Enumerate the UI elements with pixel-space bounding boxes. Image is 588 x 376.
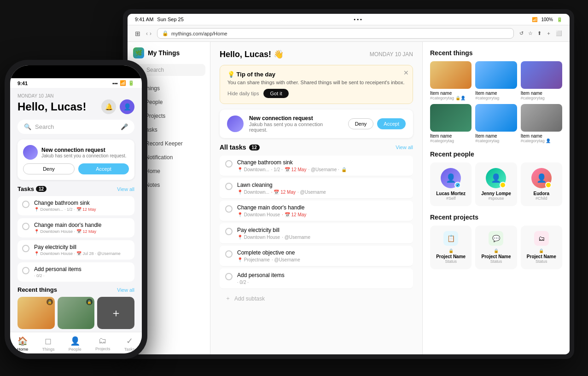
tasks-view-all[interactable]: View all bbox=[396, 145, 413, 150]
avatar-icon[interactable]: 👤 bbox=[120, 99, 134, 114]
task-info-4: Complete objective one 📍 Projectname · @… bbox=[237, 249, 408, 262]
task-item-1[interactable]: Lawn cleaning 📍 Downtown... · 📅 12 May ·… bbox=[220, 178, 413, 199]
project-card-0[interactable]: 📋 🔒 Project Name Status bbox=[430, 226, 472, 269]
iphone-status-right: ▪▪▪ 📶 🔋 bbox=[112, 80, 134, 86]
iphone-task-2[interactable]: Pay electricity bill 📍 Downtown House · … bbox=[17, 240, 134, 260]
task-checkbox-1[interactable] bbox=[225, 183, 233, 190]
iphone-recent-view-all[interactable]: View all bbox=[117, 287, 134, 293]
iphone-task-1[interactable]: Change main door's handle 📍 Downtown Hou… bbox=[17, 218, 134, 237]
person-badge-eudora bbox=[545, 182, 552, 188]
task-item-3[interactable]: Pay electricity bill 📍 Downtown House · … bbox=[220, 223, 413, 244]
project-card-1[interactable]: 💬 🔒 Project Name Status bbox=[475, 226, 517, 269]
iphone-thing-1[interactable]: 🔒 bbox=[58, 297, 95, 329]
nav-projects[interactable]: 🗂 Projects bbox=[95, 336, 111, 352]
person-tag-eudora: #Child bbox=[524, 196, 559, 201]
task-date-2: · 📅 12 May bbox=[282, 212, 306, 217]
task-name-4: Complete objective one bbox=[237, 249, 408, 256]
iphone-task-checkbox-2[interactable] bbox=[22, 245, 29, 252]
person-card-eudora[interactable]: 👤 Eudora #Child bbox=[521, 162, 562, 206]
recent-things-grid: Item name #categorytag 🔒👤 Item name #cat… bbox=[430, 61, 562, 143]
got-it-button[interactable]: Got it bbox=[263, 89, 288, 98]
tabs-icon[interactable]: ⬜ bbox=[556, 30, 562, 36]
iphone-date: MONDAY 10 JAN bbox=[17, 93, 134, 98]
sidebar-label-home: Home bbox=[146, 168, 160, 174]
connection-name: New connection request bbox=[249, 115, 343, 121]
ipad-url-bar-top[interactable]: 🔒 mythings.com/app/Home bbox=[157, 28, 514, 39]
iphone-task-0[interactable]: Change bathroom sink 📍 Downtown... · 1/2… bbox=[17, 196, 134, 215]
add-subtask-button[interactable]: ＋ Add subtask bbox=[220, 291, 413, 306]
thing-card-1[interactable]: Item name #categorytag bbox=[475, 61, 517, 100]
iphone-task-3[interactable]: Add personal items · 0/2 · bbox=[17, 262, 134, 282]
task-meta-1: 📍 Downtown... · 📅 12 May · @Username bbox=[237, 190, 408, 195]
iphone-task-checkbox-1[interactable] bbox=[22, 223, 29, 230]
nav-people[interactable]: 👤 People bbox=[69, 336, 82, 352]
forward-icon[interactable]: › bbox=[150, 30, 151, 37]
task-location-1: 📍 Downtown... bbox=[237, 190, 269, 195]
tip-close-button[interactable]: ✕ bbox=[403, 69, 409, 76]
iphone-search-placeholder: Search bbox=[35, 123, 54, 130]
iphone-deny-button[interactable]: Deny bbox=[23, 163, 75, 174]
iphone-task-checkbox-3[interactable] bbox=[22, 267, 29, 274]
task-fraction-0: · 1/2 · bbox=[271, 167, 283, 172]
accept-button[interactable]: Accept bbox=[377, 118, 406, 129]
notification-bell-icon[interactable]: 🔔 bbox=[101, 99, 116, 114]
project-name-1: Project Name bbox=[479, 254, 513, 259]
reload-icon[interactable]: ↺ bbox=[519, 30, 524, 36]
thing-image-3 bbox=[430, 104, 472, 132]
thing-card-0[interactable]: Item name #categorytag 🔒👤 bbox=[430, 61, 472, 100]
ipad-app-content: 🌿 My Things 🔍 Search ◻ Things 👤 People bbox=[128, 42, 570, 354]
share-icon[interactable]: ⬆ bbox=[537, 30, 541, 36]
star-icon[interactable]: ☆ bbox=[528, 30, 533, 36]
nav-tasks[interactable]: ✓ Tasks bbox=[124, 336, 135, 352]
nav-projects-icon: 🗂 bbox=[99, 336, 107, 346]
deny-button[interactable]: Deny bbox=[348, 118, 374, 129]
app-name: My Things bbox=[148, 49, 180, 57]
iphone-time: 9:41 bbox=[17, 81, 28, 86]
task-meta-4: 📍 Projectname · @Username bbox=[237, 257, 408, 262]
iphone-tasks-view-all[interactable]: View all bbox=[117, 186, 134, 192]
task-checkbox-2[interactable] bbox=[225, 205, 233, 213]
app-logo-icon: 🌿 bbox=[133, 47, 144, 58]
mic-icon[interactable]: 🎤 bbox=[121, 123, 128, 130]
project-status-0: Status bbox=[434, 259, 468, 264]
connection-request-card: New connection request Jakub has sent yo… bbox=[220, 110, 413, 138]
iphone-thing-add[interactable]: ＋ bbox=[97, 297, 134, 329]
thing-image-4 bbox=[475, 104, 517, 132]
task-item-2[interactable]: Change main door's handle 📍 Downtown Hou… bbox=[220, 201, 413, 221]
nav-people-icon: 👤 bbox=[70, 336, 80, 346]
project-icon-0: 📋 bbox=[443, 231, 458, 246]
hide-tips-button[interactable]: Hide daily tips bbox=[227, 91, 259, 96]
iphone-thing-0[interactable]: 🔒 bbox=[17, 297, 55, 329]
thing-tag-2: #categorytag bbox=[521, 96, 562, 100]
nav-home[interactable]: 🏠 Home bbox=[17, 336, 28, 352]
tip-banner: ✕ 💡 Tip of the day You can share things … bbox=[220, 65, 413, 104]
browser-nav-arrows: ‹ › bbox=[146, 30, 151, 37]
thing-image-2 bbox=[521, 61, 562, 89]
task-checkbox-0[interactable] bbox=[225, 160, 233, 168]
iphone-search[interactable]: 🔍 Search 🎤 bbox=[17, 120, 134, 134]
tip-title: 💡 Tip of the day bbox=[227, 71, 405, 78]
project-card-2[interactable]: 🗂 🔒 Project Name Status bbox=[521, 226, 562, 269]
back-icon[interactable]: ‹ bbox=[146, 30, 148, 37]
nav-things[interactable]: ◻ Things bbox=[42, 336, 54, 352]
thing-card-2[interactable]: Item name #categorytag bbox=[521, 61, 562, 100]
task-location-4: 📍 Projectname bbox=[237, 257, 270, 262]
task-meta-3: 📍 Downtown House · @Username bbox=[237, 235, 408, 240]
new-tab-icon[interactable]: ＋ bbox=[546, 30, 551, 37]
task-item-5[interactable]: Add personal items · 0/2 · bbox=[220, 268, 413, 289]
thing-card-3[interactable]: Item name #categorytag bbox=[430, 104, 472, 143]
iphone-task-checkbox-0[interactable] bbox=[22, 201, 29, 208]
task-checkbox-5[interactable] bbox=[225, 273, 233, 280]
task-checkbox-3[interactable] bbox=[225, 228, 233, 235]
thing-card-5[interactable]: Item name #categorytag 👤 bbox=[521, 104, 562, 143]
task-item-4[interactable]: Complete objective one 📍 Projectname · @… bbox=[220, 246, 413, 266]
task-name-3: Pay electricity bill bbox=[237, 227, 408, 233]
thing-card-4[interactable]: Item name #categorytag bbox=[475, 104, 517, 143]
task-item-0[interactable]: Change bathroom sink 📍 Downtown... · 1/2… bbox=[220, 156, 413, 176]
person-card-jenny[interactable]: 👤 Jenny Lompe #spouse bbox=[475, 162, 517, 206]
iphone-accept-button[interactable]: Accept bbox=[78, 163, 129, 174]
task-checkbox-4[interactable] bbox=[225, 250, 233, 258]
person-card-lucas[interactable]: 👤 ✓ Lucas Mortez #Self bbox=[430, 162, 472, 206]
tab-switcher-icon[interactable]: ⊞ bbox=[135, 30, 140, 37]
main-greeting: Hello, Lucas! 👋 bbox=[220, 49, 284, 59]
